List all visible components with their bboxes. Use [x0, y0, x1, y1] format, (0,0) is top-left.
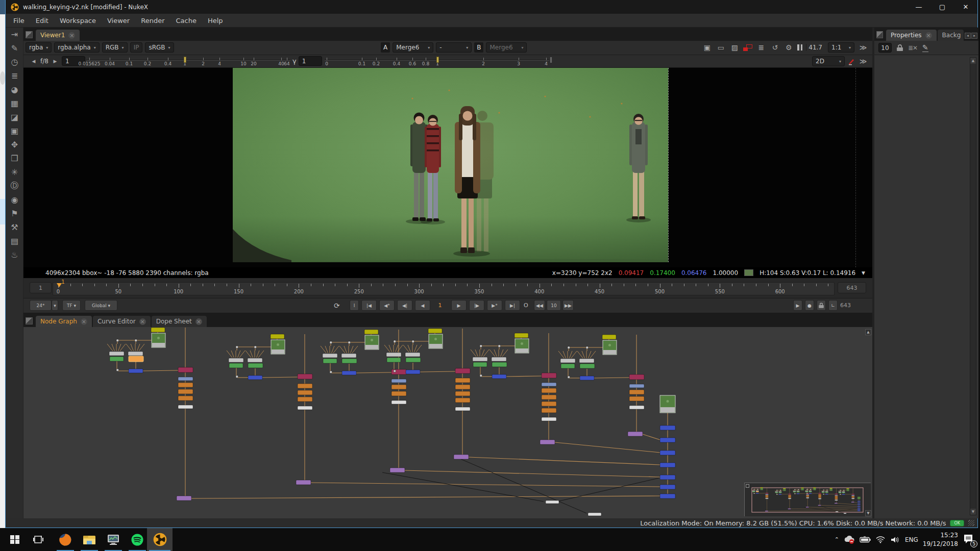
dag-node[interactable]	[514, 333, 528, 338]
play-forward-button[interactable]: ▶	[451, 300, 467, 311]
dag-node[interactable]	[492, 362, 507, 367]
dag-node[interactable]	[542, 417, 556, 421]
image-icon[interactable]: ⇥	[6, 28, 23, 41]
loop-cycle-icon[interactable]: ⟳	[334, 300, 340, 311]
frame-range-icon[interactable]: ●	[805, 300, 814, 311]
node-graph[interactable]: ▲ ▼	[23, 327, 872, 518]
dag-node[interactable]	[454, 455, 469, 459]
dag-node[interactable]	[342, 371, 356, 375]
dag-node[interactable]	[629, 390, 644, 394]
tab-properties[interactable]: Properties ×	[886, 30, 937, 41]
dag-node[interactable]	[660, 450, 675, 455]
color-icon[interactable]: ◕	[6, 83, 23, 96]
dag-node[interactable]	[128, 352, 143, 356]
titlebar[interactable]: walking_keying-v2.nk [modified] - NukeX …	[6, 0, 977, 14]
next-keyframe-button[interactable]: ▶*	[487, 300, 502, 311]
task-view-button[interactable]	[27, 528, 50, 551]
dag-node[interactable]	[178, 383, 193, 387]
dag-node[interactable]	[391, 379, 406, 383]
tab-dope-sheet[interactable]: Dope Sheet×	[152, 316, 207, 327]
onedrive-icon[interactable]	[844, 535, 855, 544]
dag-node[interactable]	[561, 364, 575, 368]
dag-node[interactable]	[391, 391, 406, 396]
view-mode-dropdown[interactable]: 2D▾	[812, 56, 845, 66]
dag-node[interactable]	[629, 396, 644, 401]
dag-node[interactable]	[580, 376, 594, 380]
tab-scroll-left-icon[interactable]: ◂	[965, 33, 971, 39]
dag-node[interactable]	[323, 354, 337, 358]
tab-close-icon[interactable]: ×	[139, 318, 146, 325]
dag-node[interactable]	[391, 400, 406, 404]
gamma-slider[interactable]: 00.10.20.40.60.81234	[325, 55, 552, 68]
node-graph-minimap[interactable]	[744, 483, 871, 516]
tab-node-graph[interactable]: Node Graph×	[36, 316, 92, 327]
dag-node[interactable]	[455, 391, 470, 396]
other-icon[interactable]: ▤	[6, 234, 23, 248]
status-expand-icon[interactable]: ▼	[862, 270, 865, 276]
lock-range-icon[interactable]	[817, 300, 826, 311]
lock-panels-icon[interactable]	[897, 44, 903, 51]
toolsets-icon[interactable]: ⚒	[6, 220, 23, 234]
notification-button[interactable]: 5	[963, 533, 976, 546]
dag-node[interactable]	[568, 346, 570, 349]
step-forward-button[interactable]: |▶	[469, 300, 484, 311]
dag-node[interactable]	[178, 389, 193, 394]
dag-node[interactable]	[135, 339, 137, 342]
dag-node[interactable]	[248, 363, 263, 368]
dag-scroll-down-icon[interactable]: ▼	[865, 510, 871, 516]
dag-node[interactable]	[542, 395, 556, 399]
dag-node[interactable]	[660, 425, 675, 430]
dag-node[interactable]	[455, 378, 470, 383]
dag-node[interactable]	[542, 388, 556, 393]
dag-node[interactable]	[473, 362, 487, 367]
dag-node[interactable]	[394, 340, 396, 343]
close-button[interactable]: ✕	[954, 0, 977, 14]
dag-node[interactable]	[602, 335, 616, 339]
dag-node[interactable]	[629, 384, 644, 388]
viewer-display[interactable]	[23, 68, 872, 267]
menu-cache[interactable]: Cache	[170, 15, 202, 27]
dag-node[interactable]	[129, 369, 143, 373]
taskbar-monitor-app[interactable]	[102, 528, 125, 551]
dag-node[interactable]	[178, 396, 193, 400]
merge-icon[interactable]: ▣	[6, 124, 23, 138]
decrement-button[interactable]: ◀◀	[534, 300, 545, 311]
dag-node[interactable]	[586, 346, 589, 349]
loop-mode-indicator[interactable]: O	[524, 300, 528, 311]
scroll-up-icon[interactable]: ▲	[970, 58, 976, 64]
frame-ruler[interactable]: 0501001502002503003504004505005506001	[53, 282, 835, 295]
current-frame-display[interactable]: 1	[433, 300, 447, 311]
dag-node[interactable]	[492, 374, 506, 379]
metadata-icon[interactable]: ⚑	[6, 207, 23, 220]
wifi-icon[interactable]	[875, 536, 886, 543]
prev-aperture-icon[interactable]: ◀	[29, 59, 39, 64]
edit-pencil-icon[interactable]: ✎	[922, 43, 928, 52]
dag-node[interactable]	[660, 438, 675, 442]
annotate-pen-icon[interactable]	[847, 57, 855, 65]
dag-node[interactable]	[542, 373, 556, 378]
tray-expand-icon[interactable]: ⌃	[835, 536, 839, 543]
range-start-input[interactable]: 1	[30, 282, 52, 293]
last-frame-button[interactable]: ▶|	[505, 300, 520, 311]
taskbar-explorer[interactable]	[78, 528, 101, 551]
dag-node[interactable]	[542, 383, 556, 386]
dag-node[interactable]	[428, 329, 442, 333]
language-indicator[interactable]: ENG	[905, 536, 918, 543]
dag-node[interactable]	[248, 358, 262, 362]
channels-dropdown[interactable]: rgba▾	[26, 42, 52, 53]
dag-node[interactable]	[660, 475, 675, 480]
lut-dropdown[interactable]: sRGB▾	[145, 42, 174, 53]
taskbar-nuke[interactable]	[147, 528, 173, 551]
gear-icon[interactable]: ⚙	[783, 43, 794, 52]
scroll-down-icon[interactable]: ▼	[970, 509, 976, 515]
dag-node[interactable]	[455, 407, 470, 411]
dag-node[interactable]	[560, 359, 575, 363]
dag-node[interactable]	[323, 359, 337, 363]
dag-node[interactable]	[386, 353, 401, 357]
wipe-pattern-icon[interactable]: ▨	[729, 43, 740, 52]
dag-node[interactable]	[364, 330, 378, 334]
dag-node[interactable]	[341, 354, 356, 358]
draw-icon[interactable]: ✎	[6, 41, 23, 55]
tab-background[interactable]: Backg	[938, 30, 964, 41]
menu-file[interactable]: File	[8, 15, 30, 27]
